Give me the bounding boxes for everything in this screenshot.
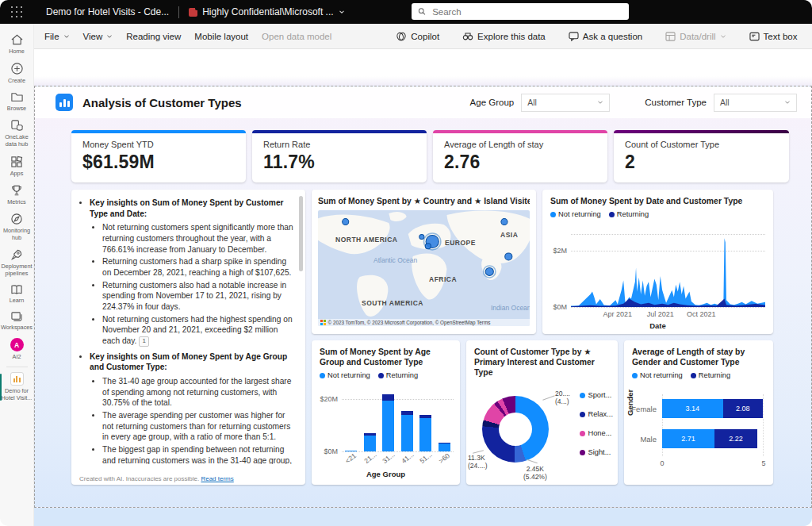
nav-onelake-data-hub[interactable]: OneLake data hub bbox=[0, 116, 34, 152]
donut-ring[interactable] bbox=[482, 396, 549, 463]
ask-question-button[interactable]: Ask a question bbox=[569, 32, 642, 41]
y-tick: $2M bbox=[553, 247, 567, 255]
legend-dot bbox=[550, 212, 556, 217]
bar-row-male[interactable]: Male 2.71 2.22 bbox=[662, 429, 764, 448]
reference-badge[interactable]: 1 bbox=[139, 336, 148, 347]
report-icon bbox=[10, 372, 24, 386]
nav-deployment-pipelines[interactable]: Deployment pipelines bbox=[0, 245, 34, 281]
nav-learn[interactable]: Learn bbox=[0, 281, 34, 308]
rocket-icon bbox=[10, 248, 23, 261]
legend-dot bbox=[320, 373, 325, 378]
kpi-avg-length-of-stay[interactable]: Average of Length of stay 2.76 bbox=[433, 130, 607, 182]
explore-data-button[interactable]: Explore this data bbox=[462, 31, 546, 41]
report-area: Analysis of Customer Types Age Group All… bbox=[34, 49, 812, 526]
continent-label: EUROPE bbox=[445, 239, 476, 247]
text-box-button[interactable]: Text box bbox=[749, 32, 798, 41]
scrollbar-thumb[interactable] bbox=[299, 196, 303, 271]
gridline bbox=[571, 307, 765, 308]
column->60[interactable] bbox=[439, 443, 450, 451]
top-bar: Demo for Hotel Visits - Cde... Highly Co… bbox=[0, 0, 812, 24]
menu-open-data-model: Open data model bbox=[262, 32, 331, 41]
column-41...[interactable] bbox=[401, 411, 413, 451]
continent-label: NORTH AMERICA bbox=[335, 236, 397, 244]
bar-segment[interactable]: 2.22 bbox=[714, 429, 757, 448]
sensitivity-label-chip[interactable]: Highly Confidential\Microsoft ... bbox=[189, 6, 344, 17]
y-tick: $20M bbox=[320, 395, 338, 403]
customer-type-filter-dropdown[interactable]: All bbox=[714, 94, 797, 112]
nav-workspaces[interactable]: Workspaces bbox=[0, 308, 34, 335]
chevron-down-icon bbox=[784, 99, 791, 106]
topbar-divider bbox=[178, 6, 179, 18]
map-visual[interactable]: Sum of Money Spent by ★ Country and ★ Is… bbox=[312, 190, 536, 334]
column-chart-visual[interactable]: Sum of Money Spent by Age Group and Cust… bbox=[312, 340, 460, 485]
menu-view[interactable]: View bbox=[83, 32, 113, 41]
kpi-return-rate[interactable]: Return Rate 11.7% bbox=[252, 130, 427, 182]
menu-file[interactable]: File bbox=[44, 32, 70, 41]
bar-segment[interactable]: 2.71 bbox=[662, 429, 714, 448]
insight-bullet: Returning customers had a sharp spike in… bbox=[102, 256, 296, 278]
column-<21[interactable] bbox=[345, 451, 357, 451]
nav-apps[interactable]: Apps bbox=[0, 152, 34, 181]
map-plot[interactable]: NORTH AMERICA EUROPE ASIA AFRICA SOUTH A… bbox=[318, 210, 530, 326]
insight-bullet: Not returning customers had the highest … bbox=[102, 314, 296, 347]
menu-reading-view[interactable]: Reading view bbox=[126, 32, 181, 41]
page-title: Analysis of Customer Types bbox=[82, 96, 242, 109]
insights-text: Key insights on Sum of Money Spent by Cu… bbox=[79, 198, 296, 464]
column-21...[interactable] bbox=[364, 433, 376, 451]
legend-dot bbox=[580, 450, 585, 455]
global-search[interactable] bbox=[412, 3, 629, 20]
kpi-count-customer-type[interactable]: Count of Customer Type 2 bbox=[614, 130, 789, 182]
nav-home[interactable]: Home bbox=[0, 30, 34, 59]
chat-icon bbox=[569, 32, 579, 41]
callout-leader bbox=[542, 395, 554, 400]
line-chart-plot[interactable]: $2M $0M bbox=[571, 234, 765, 307]
column-chart-plot[interactable]: $20M $0M bbox=[342, 391, 454, 451]
rail-divider bbox=[6, 367, 28, 367]
search-input[interactable] bbox=[431, 6, 622, 17]
customer-type-filter-label: Customer Type bbox=[645, 98, 707, 107]
nav-metrics[interactable]: Metrics bbox=[0, 181, 34, 209]
read-terms-link[interactable]: Read terms bbox=[201, 475, 233, 482]
legend-dot bbox=[378, 373, 384, 378]
donut-callout: 2.45K(5.42%) bbox=[523, 465, 547, 481]
map-attribution: © 2023 TomTom, © 2023 Microsoft Corporat… bbox=[318, 319, 530, 326]
copilot-button[interactable]: Copilot bbox=[396, 31, 439, 42]
nav-create[interactable]: Create bbox=[0, 59, 34, 88]
nav-monitoring-hub[interactable]: Monitoring hub bbox=[0, 209, 34, 245]
bar-segment[interactable]: 3.14 bbox=[662, 399, 723, 418]
report-header: Analysis of Customer Types Age Group All… bbox=[35, 86, 811, 118]
column-bars[interactable] bbox=[342, 391, 454, 451]
insights-scrollbar[interactable] bbox=[299, 196, 303, 474]
compass-icon bbox=[10, 213, 23, 225]
line-series[interactable] bbox=[571, 234, 765, 307]
y-tick: $0M bbox=[324, 447, 338, 455]
column-31...[interactable] bbox=[382, 394, 394, 451]
column-chart-title: Sum of Money Spent by Age Group and Cust… bbox=[320, 347, 452, 367]
sensitivity-label-text: Highly Confidential\Microsoft ... bbox=[202, 6, 333, 17]
x-tick: Jul 2021 bbox=[647, 310, 674, 318]
x-ticks: Apr 2021 Jul 2021 Oct 2021 bbox=[571, 310, 765, 320]
column-51...[interactable] bbox=[419, 415, 431, 451]
kpi-money-spent[interactable]: Money Spent YTD $61.59M bbox=[71, 130, 246, 182]
textbox-icon bbox=[749, 32, 760, 41]
legend-dot bbox=[632, 373, 638, 378]
hbar-chart-visual[interactable]: Average of Length of stay by Gender and … bbox=[624, 340, 773, 485]
x-axis-title: Age Group bbox=[312, 470, 460, 478]
bar-segment[interactable]: 2.08 bbox=[723, 399, 764, 418]
app-launcher-icon[interactable] bbox=[10, 6, 23, 18]
smart-narrative-visual[interactable]: Key insights on Sum of Money Spent by Cu… bbox=[71, 190, 305, 485]
nav-current-report[interactable]: Demo for Hotel Visit... bbox=[0, 369, 34, 405]
report-title-icon bbox=[56, 94, 73, 111]
bar-row-female[interactable]: Female 3.14 2.08 bbox=[662, 399, 764, 418]
hbar-plot[interactable]: Female 3.14 2.08 Male 2.71 2.22 bbox=[662, 394, 764, 456]
menu-mobile-layout[interactable]: Mobile layout bbox=[194, 32, 248, 41]
nav-workspace-ai2[interactable]: A AI2 bbox=[0, 335, 34, 364]
line-chart-visual[interactable]: Sum of Money Spent by Date and Customer … bbox=[542, 190, 773, 334]
document-title[interactable]: Demo for Hotel Visits - Cde... bbox=[46, 6, 169, 17]
plus-circle-icon bbox=[10, 62, 24, 75]
age-group-filter-dropdown[interactable]: All bbox=[521, 94, 610, 112]
donut-chart-visual[interactable]: Count of Customer Type by ★ Primary Inte… bbox=[466, 340, 618, 485]
nav-browse[interactable]: Browse bbox=[0, 88, 34, 116]
hbar-chart-legend: Not returning Returning bbox=[632, 371, 765, 379]
legend-dot bbox=[580, 412, 585, 417]
